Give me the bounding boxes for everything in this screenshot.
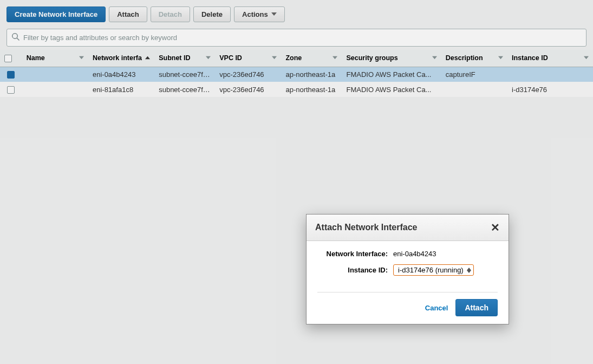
modal-footer: Cancel Attach [317,292,498,324]
network-interface-value: eni-0a4b4243 [393,250,436,258]
instance-id-selected: i-d3174e76 (running) [398,266,464,274]
select-stepper-icon [467,268,471,273]
instance-id-select[interactable]: i-d3174e76 (running) [393,264,474,276]
instance-id-label: Instance ID: [317,266,393,274]
network-interface-label: Network Interface: [317,250,393,258]
modal-body: Network Interface: eni-0a4b4243 Instance… [307,241,509,287]
cancel-button[interactable]: Cancel [425,304,448,312]
close-icon[interactable]: ✕ [491,222,500,233]
modal-title: Attach Network Interface [315,223,418,232]
modal-header: Attach Network Interface ✕ [307,214,509,241]
attach-network-interface-dialog: Attach Network Interface ✕ Network Inter… [306,214,509,324]
attach-confirm-button[interactable]: Attach [455,299,498,316]
